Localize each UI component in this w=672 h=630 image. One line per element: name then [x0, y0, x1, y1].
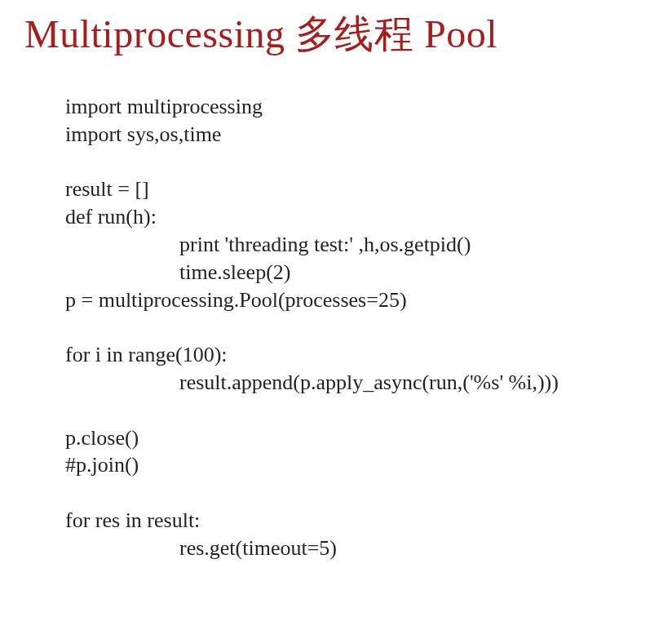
code-line: def run(h):	[65, 203, 672, 231]
code-line: result.append(p.apply_async(run,('%s' %i…	[65, 369, 672, 397]
code-line: print 'threading test:' ,h,os.getpid()	[65, 231, 672, 259]
code-blank	[65, 313, 672, 341]
code-line: result = []	[65, 175, 672, 203]
code-line: res.get(timeout=5)	[65, 535, 672, 562]
code-line: p.close()	[65, 424, 672, 452]
slide-title: Multiprocessing 多线程 Pool	[0, 0, 672, 77]
code-line: import multiprocessing	[65, 93, 672, 121]
code-block: import multiprocessing import sys,os,tim…	[0, 77, 672, 562]
code-line: for res in result:	[65, 507, 672, 535]
code-blank	[65, 149, 672, 176]
code-line: time.sleep(2)	[65, 259, 672, 286]
code-blank	[65, 479, 672, 507]
code-blank	[65, 397, 672, 424]
code-line: #p.join()	[65, 451, 672, 479]
code-line: for i in range(100):	[65, 341, 672, 369]
code-line: import sys,os,time	[65, 121, 672, 149]
code-line: p = multiprocessing.Pool(processes=25)	[65, 286, 672, 314]
